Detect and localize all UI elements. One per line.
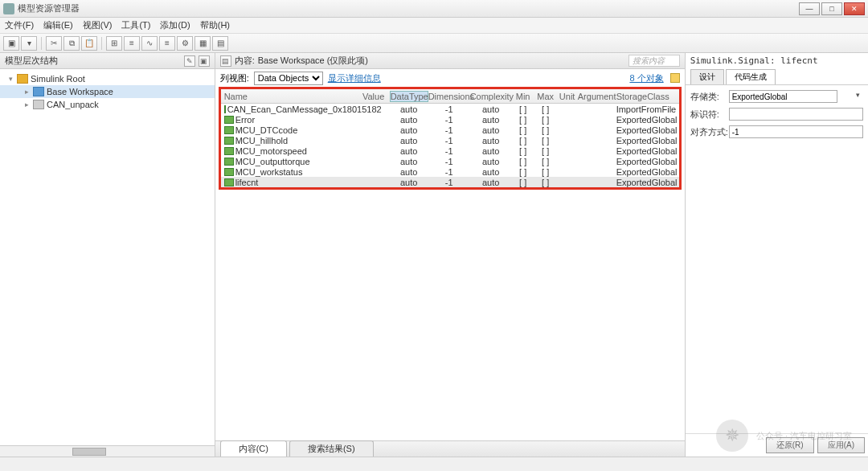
- tree-item[interactable]: ▸Base Workspace: [0, 85, 215, 98]
- bottom-tabs: 内容(C) 搜索结果(S): [215, 440, 685, 457]
- tree-item[interactable]: ▾Simulink Root: [0, 72, 215, 85]
- contents-label: 内容:: [235, 55, 255, 67]
- signal-icon: [224, 168, 234, 176]
- toolbar-signal-icon[interactable]: ∿: [141, 36, 158, 51]
- menu-add[interactable]: 添加(D): [160, 19, 190, 31]
- col-argument[interactable]: Argument: [578, 92, 616, 101]
- signal-title: Simulink.Signal: lifecnt: [686, 53, 868, 69]
- menu-edit[interactable]: 编辑(E): [43, 19, 73, 31]
- revert-button[interactable]: 还原(R): [766, 437, 814, 453]
- table-row[interactable]: MCU_DTCcodeauto-1auto[ ][ ]ExportedGloba…: [221, 125, 679, 135]
- col-min[interactable]: Min: [512, 92, 534, 101]
- menu-file[interactable]: 文件(F): [5, 19, 34, 31]
- properties-pane: Simulink.Signal: lifecnt 设计 代码生成 存储类: 标识…: [686, 53, 868, 457]
- show-details-link[interactable]: 显示详细信息: [328, 72, 381, 84]
- tab-design[interactable]: 设计: [690, 69, 724, 84]
- edit-icon[interactable]: ✎: [184, 55, 195, 67]
- menu-view[interactable]: 视图(V): [83, 19, 113, 31]
- col-name[interactable]: Name: [221, 92, 358, 101]
- maximize-button[interactable]: □: [821, 2, 842, 15]
- col-datatype[interactable]: DataType: [390, 91, 428, 102]
- titlebar: 模型资源管理器 — □ ✕: [0, 0, 868, 18]
- signal-icon: [224, 105, 226, 113]
- contents-path: Base Workspace (仅限此项): [258, 55, 368, 67]
- table-row[interactable]: MCU_motorspeedauto-1auto[ ][ ]ExportedGl…: [221, 145, 679, 156]
- toolbar-bus-icon[interactable]: ≡: [159, 36, 175, 51]
- contents-icon: ▤: [220, 55, 231, 67]
- hierarchy-title: 模型层次结构: [5, 55, 58, 67]
- table-row[interactable]: MCU_hillholdauto-1auto[ ][ ]ExportedGlob…: [221, 135, 679, 145]
- table-header: Name Value DataType Dimensions Complexit…: [221, 89, 679, 104]
- storage-class-select[interactable]: [729, 90, 837, 103]
- toolbar-config-icon[interactable]: ⚙: [177, 36, 193, 51]
- toolbar-cut-icon[interactable]: ✂: [46, 36, 62, 51]
- table-row[interactable]: MCU_outputtorqueauto-1auto[ ][ ]Exported…: [221, 156, 679, 166]
- data-table: Name Value DataType Dimensions Complexit…: [219, 87, 682, 190]
- identifier-input[interactable]: [729, 108, 863, 121]
- apply-button[interactable]: 应用(A): [817, 437, 865, 453]
- window-title: 模型资源管理器: [18, 2, 799, 14]
- alignment-label: 对齐方式:: [690, 126, 729, 138]
- tab-codegen[interactable]: 代码生成: [726, 69, 776, 84]
- toolbar-paste-icon[interactable]: 📋: [81, 36, 97, 51]
- signal-icon: [224, 178, 234, 186]
- tab-results[interactable]: 搜索结果(S): [289, 440, 374, 457]
- close-button[interactable]: ✕: [844, 2, 865, 15]
- col-max[interactable]: Max: [534, 92, 557, 101]
- search-input[interactable]: 搜索内容: [628, 55, 680, 67]
- app-icon: [3, 3, 14, 14]
- signal-icon: [224, 147, 234, 155]
- object-count[interactable]: 8 个对象: [629, 72, 663, 84]
- toolbar: ▣ ▾ ✂ ⧉ 📋 ⊞ ≡ ∿ ≡ ⚙ ▦ ▤: [0, 34, 868, 53]
- identifier-label: 标识符:: [690, 109, 729, 121]
- collapse-icon[interactable]: ▣: [199, 55, 210, 67]
- contents-pane: ▤ 内容: Base Workspace (仅限此项) 搜索内容 列视图: Da…: [215, 53, 686, 457]
- signal-icon: [224, 158, 234, 166]
- col-complexity[interactable]: Complexity: [470, 92, 512, 101]
- toolbar-open-icon[interactable]: ▾: [21, 36, 37, 51]
- signal-icon: [224, 116, 234, 124]
- filter-label: 列视图:: [220, 72, 249, 84]
- tree-item[interactable]: ▸CAN_unpack: [0, 98, 215, 111]
- menubar: 文件(F) 编辑(E) 视图(V) 工具(T) 添加(D) 帮助(H): [0, 18, 868, 34]
- menu-tools[interactable]: 工具(T): [121, 19, 150, 31]
- col-storageclass[interactable]: StorageClass: [616, 92, 679, 101]
- table-row[interactable]: Errorauto-1auto[ ][ ]ExportedGlobal: [221, 114, 679, 125]
- filter-icon[interactable]: [670, 73, 680, 83]
- toolbar-new-icon[interactable]: ▣: [3, 36, 19, 51]
- hierarchy-pane: 模型层次结构 ✎ ▣ ▾Simulink Root▸Base Workspace…: [0, 53, 215, 457]
- col-unit[interactable]: Unit: [557, 92, 578, 101]
- table-row[interactable]: MCU_workstatusauto-1auto[ ][ ]ExportedGl…: [221, 166, 679, 177]
- menu-help[interactable]: 帮助(H): [200, 19, 230, 31]
- signal-icon: [224, 137, 234, 145]
- alignment-input[interactable]: [729, 125, 863, 138]
- col-value[interactable]: Value: [358, 92, 390, 101]
- toolbar-grid-icon[interactable]: ⊞: [106, 36, 122, 51]
- table-row[interactable]: CAN_Ecan_CanMessage_0x18015182auto-1auto…: [221, 104, 679, 114]
- hierarchy-scrollbar[interactable]: [0, 445, 215, 457]
- toolbar-copy-icon[interactable]: ⧉: [63, 36, 80, 51]
- statusbar: [0, 457, 868, 471]
- toolbar-library-icon[interactable]: ▤: [212, 36, 228, 51]
- filter-select[interactable]: Data Objects: [254, 72, 323, 85]
- table-row[interactable]: lifecntauto-1auto[ ][ ]ExportedGlobal: [221, 177, 679, 187]
- tab-contents[interactable]: 内容(C): [220, 440, 287, 457]
- toolbar-param-icon[interactable]: ≡: [124, 36, 140, 51]
- signal-icon: [224, 126, 234, 134]
- minimize-button[interactable]: —: [799, 2, 820, 15]
- storage-class-label: 存储类:: [690, 91, 729, 103]
- toolbar-simulink-icon[interactable]: ▦: [194, 36, 211, 51]
- col-dimensions[interactable]: Dimensions: [428, 92, 470, 101]
- hierarchy-tree: ▾Simulink Root▸Base Workspace▸CAN_unpack: [0, 69, 215, 445]
